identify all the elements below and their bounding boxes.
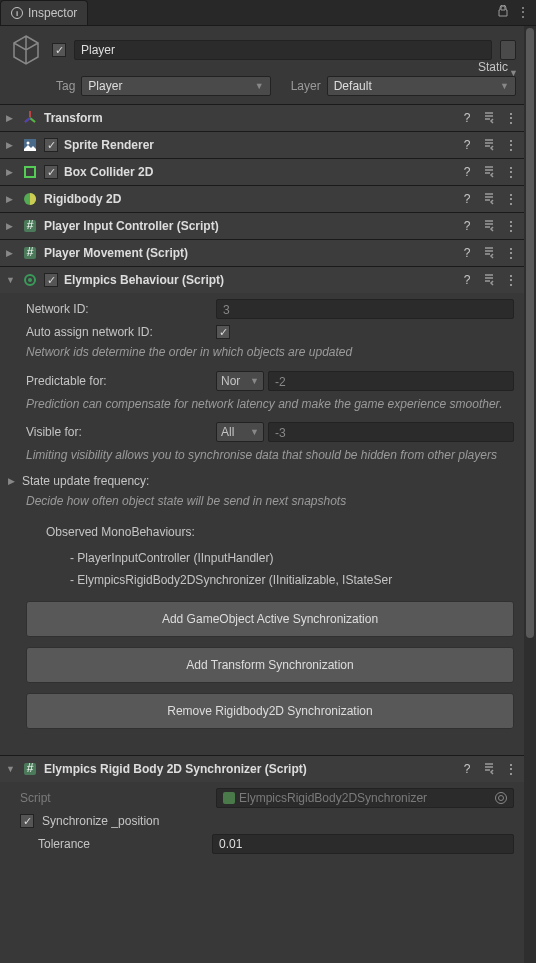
- help-icon[interactable]: ?: [460, 219, 474, 233]
- component-title: Elympics Behaviour (Script): [64, 273, 454, 287]
- component-title: Box Collider 2D: [64, 165, 454, 179]
- sprite-icon: [22, 137, 38, 153]
- network-id-field[interactable]: 3: [216, 299, 514, 319]
- info-icon: i: [11, 7, 23, 19]
- foldout-icon[interactable]: ▼: [6, 764, 16, 774]
- preset-icon[interactable]: [482, 165, 496, 179]
- preset-icon[interactable]: [482, 111, 496, 125]
- add-transform-sync-button[interactable]: Add Transform Synchronization: [26, 647, 514, 683]
- observed-label: Observed MonoBehaviours:: [46, 525, 494, 539]
- help-icon[interactable]: ?: [460, 192, 474, 206]
- component-title: Player Movement (Script): [44, 246, 454, 260]
- menu-icon[interactable]: ⋮: [504, 138, 518, 152]
- sync-position-checkbox[interactable]: [20, 814, 34, 828]
- menu-icon[interactable]: ⋮: [504, 762, 518, 776]
- tab-title: Inspector: [28, 6, 77, 20]
- predictable-label: Predictable for:: [26, 374, 212, 388]
- static-toggle[interactable]: Static ▼: [478, 60, 508, 74]
- rigid-icon: [22, 191, 38, 207]
- predictable-help-text: Prediction can compensate for network la…: [26, 397, 514, 413]
- preset-icon[interactable]: [482, 192, 496, 206]
- scrollbar-thumb[interactable]: [526, 28, 534, 638]
- auto-assign-checkbox[interactable]: [216, 325, 230, 339]
- component-enabled-checkbox[interactable]: [44, 273, 58, 287]
- preset-icon[interactable]: [482, 138, 496, 152]
- script-icon: #: [22, 761, 38, 777]
- svg-text:#: #: [27, 218, 34, 232]
- network-id-label: Network ID:: [26, 302, 212, 316]
- script-icon: #: [22, 245, 38, 261]
- tag-label: Tag: [56, 79, 75, 93]
- add-active-sync-button[interactable]: Add GameObject Active Synchronization: [26, 601, 514, 637]
- lock-icon[interactable]: [498, 5, 508, 20]
- sync-position-label: Synchronize _position: [42, 814, 159, 828]
- visible-dropdown[interactable]: All▼: [216, 422, 264, 442]
- help-icon[interactable]: ?: [460, 165, 474, 179]
- menu-icon[interactable]: ⋮: [504, 219, 518, 233]
- help-icon[interactable]: ?: [460, 111, 474, 125]
- elympics-icon: [22, 272, 38, 288]
- layers-button[interactable]: [500, 40, 516, 60]
- layer-label: Layer: [291, 79, 321, 93]
- foldout-icon[interactable]: ▶: [6, 167, 16, 177]
- script-label: Script: [20, 791, 212, 805]
- help-icon[interactable]: ?: [460, 138, 474, 152]
- component-enabled-checkbox[interactable]: [44, 165, 58, 179]
- menu-icon[interactable]: ⋮: [504, 111, 518, 125]
- menu-icon[interactable]: ⋮: [504, 192, 518, 206]
- state-help-text: Decide how often object state will be se…: [26, 494, 514, 510]
- preset-icon[interactable]: [482, 762, 496, 776]
- foldout-icon[interactable]: ▶: [6, 194, 16, 204]
- svg-point-10: [28, 278, 32, 282]
- visible-label: Visible for:: [26, 425, 212, 439]
- tag-dropdown[interactable]: Player ▼: [81, 76, 270, 96]
- auto-assign-label: Auto assign network ID:: [26, 325, 212, 339]
- gameobject-name-input[interactable]: [74, 40, 492, 60]
- visible-help-text: Limiting visibility allows you to synchr…: [26, 448, 514, 464]
- component-title: Transform: [44, 111, 454, 125]
- transform-icon: [22, 110, 38, 126]
- predictable-dropdown[interactable]: Nor▼: [216, 371, 264, 391]
- component-title: Sprite Renderer: [64, 138, 454, 152]
- component-enabled-checkbox[interactable]: [44, 138, 58, 152]
- svg-text:#: #: [27, 761, 34, 775]
- inspector-tab[interactable]: i Inspector: [0, 0, 88, 25]
- preset-icon[interactable]: [482, 246, 496, 260]
- scrollbar[interactable]: [524, 26, 536, 963]
- visible-value[interactable]: -3: [268, 422, 514, 442]
- help-icon[interactable]: ?: [460, 246, 474, 260]
- script-object-field[interactable]: ElympicsRigidBody2DSynchronizer: [216, 788, 514, 808]
- gameobject-cube-icon[interactable]: [8, 32, 44, 68]
- svg-point-1: [27, 142, 30, 145]
- foldout-icon[interactable]: ▶: [6, 248, 16, 258]
- tolerance-field[interactable]: [212, 834, 514, 854]
- tolerance-label: Tolerance: [38, 837, 206, 851]
- component-title: Elympics Rigid Body 2D Synchronizer (Scr…: [44, 762, 454, 776]
- foldout-icon[interactable]: ▶: [6, 140, 16, 150]
- menu-icon[interactable]: ⋮: [504, 273, 518, 287]
- observed-item: - ElympicsRigidBody2DSynchronizer (IInit…: [46, 569, 494, 591]
- help-icon[interactable]: ?: [460, 762, 474, 776]
- boxcol-icon: [22, 164, 38, 180]
- menu-icon[interactable]: ⋮: [504, 165, 518, 179]
- foldout-icon[interactable]: ▶: [8, 476, 18, 486]
- svg-rect-2: [25, 167, 35, 177]
- foldout-icon[interactable]: ▶: [6, 221, 16, 231]
- component-title: Rigidbody 2D: [44, 192, 454, 206]
- preset-icon[interactable]: [482, 219, 496, 233]
- remove-rigid-sync-button[interactable]: Remove Rigidbody2D Synchronization: [26, 693, 514, 729]
- menu-icon[interactable]: ⋮: [504, 246, 518, 260]
- kebab-icon[interactable]: ⋮: [516, 4, 530, 20]
- network-help-text: Network ids determine the order in which…: [26, 345, 514, 361]
- foldout-icon[interactable]: ▶: [6, 113, 16, 123]
- component-title: Player Input Controller (Script): [44, 219, 454, 233]
- help-icon[interactable]: ?: [460, 273, 474, 287]
- predictable-value[interactable]: -2: [268, 371, 514, 391]
- gameobject-enabled-checkbox[interactable]: [52, 43, 66, 57]
- observed-item: - PlayerInputController (IInputHandler): [46, 547, 494, 569]
- object-picker-icon[interactable]: [495, 792, 507, 804]
- state-freq-label: State update frequency:: [22, 474, 149, 488]
- preset-icon[interactable]: [482, 273, 496, 287]
- foldout-icon[interactable]: ▼: [6, 275, 16, 285]
- layer-dropdown[interactable]: Default ▼: [327, 76, 516, 96]
